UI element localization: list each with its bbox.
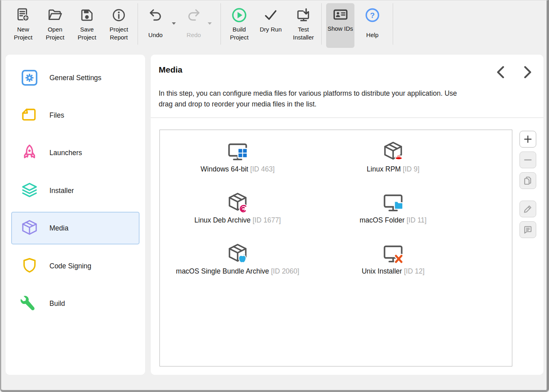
media-list[interactable]: Windows 64-bit [ID 463] Linux RPM [ID 9]… [159,130,512,366]
sidebar-item-build[interactable]: Build [11,287,140,320]
layers-icon [20,181,39,200]
redo-icon [186,6,202,25]
new-project-button[interactable]: New Project [7,4,39,48]
save-project-button[interactable]: Save Project [71,4,103,48]
wrench-icon [20,294,39,313]
duplicate-media-button[interactable] [519,172,536,189]
media-item-linux-rpm[interactable]: Linux RPM [ID 9] [315,133,471,184]
sidebar-item-label: Files [49,111,64,120]
media-item-id: [ID 11] [407,216,427,224]
save-project-label: Save Project [71,26,103,41]
test-installer-button[interactable]: Test Installer [287,4,319,48]
media-item-linux-deb-archive[interactable]: Linux Deb Archive [ID 1677] [160,184,315,235]
undo-button[interactable]: Undo [140,4,171,48]
open-project-label: Open Project [39,26,71,41]
dry-run-label: Dry Run [260,26,281,33]
media-item-name: Linux Deb Archive [195,216,251,224]
sidebar-item-label: Media [49,224,69,232]
package-apple-icon [226,235,249,265]
sidebar: General Settings Files Launchers Install… [6,55,145,375]
package-debian-icon [226,184,249,214]
redo-label: Redo [187,31,201,39]
media-item-id: [ID 12] [404,267,425,275]
shield-icon [20,256,39,276]
media-item-id: [ID 463] [250,165,275,173]
package-box-icon [20,219,39,238]
previous-step-button[interactable] [492,64,508,80]
build-project-button[interactable]: Build Project [223,4,255,48]
media-item-windows-64-bit[interactable]: Windows 64-bit [ID 463] [160,133,315,184]
monitor-folder-icon [382,184,404,214]
sidebar-item-launchers[interactable]: Launchers [11,136,140,169]
svg-text:?: ? [370,11,375,20]
open-folder-icon [47,6,63,25]
build-project-label: Build Project [223,26,255,41]
sidebar-item-media[interactable]: Media [11,212,140,244]
id-card-icon [333,5,348,24]
monitor-x-icon [382,235,404,265]
sidebar-item-label: Build [49,299,65,308]
test-installer-label: Test Installer [287,26,319,41]
new-project-label: New Project [7,26,39,41]
media-item-name: Linux RPM [367,165,401,173]
media-item-macos-folder[interactable]: macOS Folder [ID 11] [315,184,471,235]
media-item-id: [ID 9] [403,165,419,173]
sidebar-item-label: Installer [49,187,74,195]
add-media-button[interactable] [519,131,536,148]
undo-icon [148,6,163,25]
undo-label: Undo [148,31,163,39]
help-button[interactable]: ? Help [358,4,386,48]
header-divider [151,117,543,118]
step-description: In this step, you can configure media fi… [159,88,470,110]
sidebar-item-code-signing[interactable]: Code Signing [11,250,140,282]
remove-media-button[interactable] [519,152,536,168]
toolbar-separator [220,3,221,45]
media-item-id: [ID 2060] [271,267,299,275]
package-redhat-icon [382,133,404,163]
media-item-id: [ID 1677] [252,216,281,224]
media-item-name: macOS Single Bundle Archive [176,267,269,275]
dry-run-button[interactable]: Dry Run [255,4,287,48]
edit-media-button[interactable] [519,201,536,217]
media-item-name: macOS Folder [360,216,405,224]
checkmark-icon [263,6,279,25]
comments-button[interactable] [519,221,536,238]
media-item-name: Unix Installer [362,267,402,275]
monitor-windows-icon [226,133,249,163]
sidebar-item-files[interactable]: Files [11,99,140,132]
rocket-icon [20,143,39,162]
toolbar-separator [321,3,322,45]
redo-button[interactable]: Redo [178,4,210,48]
media-step-panel: Media In this step, you can configure me… [151,55,543,375]
media-item-macos-single-bundle-archive[interactable]: macOS Single Bundle Archive [ID 2060] [160,235,315,286]
page-title: Media [159,65,183,75]
help-question-icon: ? [364,6,380,25]
sidebar-item-label: Launchers [49,149,82,157]
toolbar-separator [393,3,393,45]
open-project-button[interactable]: Open Project [39,4,71,48]
sidebar-item-label: General Settings [49,74,101,82]
monitor-download-icon [295,6,311,25]
sidebar-item-label: Code Signing [49,262,91,270]
show-ids-label: Show IDs [327,25,353,33]
next-step-button[interactable] [520,64,536,80]
toolbar-separator [138,3,138,45]
new-project-icon [16,6,31,25]
show-ids-button[interactable]: Show IDs [326,3,354,48]
save-floppy-icon [79,6,94,25]
undo-dropdown-arrow[interactable] [172,22,176,25]
media-item-name: Windows 64-bit [201,165,248,173]
help-label: Help [366,31,379,39]
project-report-button[interactable]: Project Report [103,4,135,48]
gear-icon [20,68,39,87]
build-play-icon [231,6,247,25]
project-report-label: Project Report [103,26,135,41]
sidebar-item-general-settings[interactable]: General Settings [11,61,140,94]
file-page-icon [20,106,39,125]
redo-dropdown-arrow[interactable] [208,22,212,25]
info-circle-icon [111,6,126,25]
toolbar: New Project Open Project Save Project Pr… [0,0,549,51]
media-item-unix-installer[interactable]: Unix Installer [ID 12] [315,235,471,286]
sidebar-item-installer[interactable]: Installer [11,174,140,207]
